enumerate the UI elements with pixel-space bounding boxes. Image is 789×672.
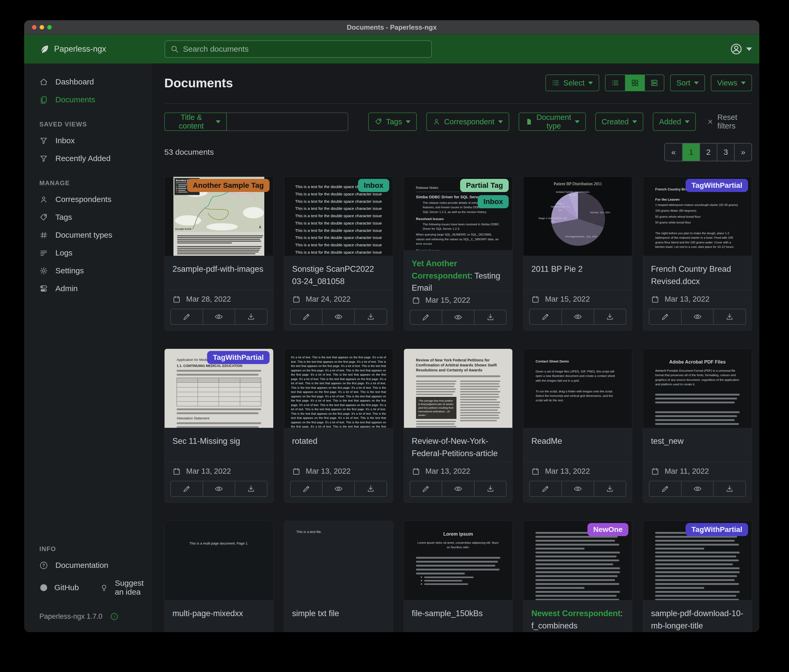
document-card[interactable]: This is a multi page document. Page 1.mu… [164,521,273,632]
download-button[interactable] [235,481,267,496]
document-title[interactable]: 2sample-pdf-with-images [165,256,273,290]
document-title[interactable]: Newest Correspondent: f_combineds [523,600,632,632]
document-card[interactable]: Application for Medical Staff Membership… [164,349,273,503]
document-card[interactable]: Boundary Waters TripGoogle EarthAnother … [164,177,273,331]
view-button[interactable] [203,309,235,324]
view-button[interactable] [681,481,713,496]
global-search[interactable] [165,40,432,58]
view-list-toggle[interactable] [605,75,625,91]
correspondent-link[interactable]: Yet Another Correspondent [412,259,470,280]
edit-button[interactable] [410,310,442,324]
view-button[interactable] [561,309,594,324]
minimize-button[interactable] [40,25,44,30]
filter-document-type-button[interactable]: Document type [519,113,586,131]
filter-correspondent-button[interactable]: Correspondent [426,113,509,131]
pagination-next[interactable]: » [734,143,751,161]
sort-button[interactable]: Sort [670,75,705,91]
edit-button[interactable] [291,481,322,496]
download-button[interactable] [713,481,746,496]
document-card[interactable]: This is a test for the double space char… [284,177,393,331]
download-button[interactable] [355,309,387,324]
document-thumbnail[interactable]: It's a lot of text. This is the text tha… [284,349,393,428]
document-card[interactable]: Patient BP Distribution 2011Normal, 151,… [523,177,632,331]
view-button[interactable] [322,309,355,324]
close-button[interactable] [32,25,37,30]
document-card[interactable]: NewOneNewest Correspondent: f_combineds [523,521,632,632]
document-title[interactable]: rotated [284,428,393,462]
tag-badge[interactable]: Inbox [478,195,509,208]
document-title[interactable]: Yet Another Correspondent: Testing Email [404,250,513,291]
sidebar-item-document-types[interactable]: Document types [24,226,152,244]
document-card[interactable]: French Country BreadFor the Leaven1 heap… [643,177,752,331]
views-button[interactable]: Views [711,75,752,91]
view-grid-toggle[interactable] [625,75,644,91]
download-button[interactable] [355,481,387,496]
edit-button[interactable] [530,309,561,324]
suggest-idea-link[interactable]: Suggest an idea [100,579,144,596]
filter-created-button[interactable]: Created [595,113,643,131]
download-button[interactable] [235,309,267,324]
document-thumbnail[interactable]: This is a test file. [284,521,393,600]
view-button[interactable] [322,481,355,496]
sidebar-item-inbox[interactable]: Inbox [24,132,152,150]
edit-button[interactable] [291,309,322,324]
document-title[interactable]: 2011 BP Pie 2 [523,256,632,290]
document-card[interactable]: Review of New York Federal Petitions for… [404,349,513,503]
document-title[interactable]: simple txt file [284,600,393,632]
select-button[interactable]: Select [545,75,599,91]
document-title[interactable]: sample-pdf-download-10-mb-longer-title [643,600,752,632]
document-thumbnail[interactable]: Adobe Acrobat PDF FilesAdobe® Portable D… [643,349,752,428]
view-button[interactable] [203,481,235,496]
view-button[interactable] [681,309,713,324]
edit-button[interactable] [649,309,681,324]
sidebar-item-documents[interactable]: Documents [24,91,152,108]
tag-badge[interactable]: TagWithPartial [685,523,748,536]
search-input[interactable] [183,45,426,54]
document-thumbnail[interactable]: Review of New York Federal Petitions for… [404,349,513,428]
sidebar-item-logs[interactable]: Logs [24,244,152,262]
tag-badge[interactable]: TagWithPartial [685,179,748,192]
sidebar-item-documentation[interactable]: ?Documentation [24,556,152,574]
reset-filters-button[interactable]: Reset filters [707,113,752,131]
pagination-page-2[interactable]: 2 [700,143,717,161]
download-button[interactable] [594,481,626,496]
tag-badge[interactable]: Inbox [358,179,389,192]
tag-badge[interactable]: NewOne [588,523,628,536]
sidebar-item-settings[interactable]: Settings [24,262,152,280]
document-title[interactable]: file-sample_150kBs [404,600,513,632]
filter-tags-button[interactable]: Tags [368,113,417,131]
edit-button[interactable] [410,481,442,496]
pagination-page-3[interactable]: 3 [717,143,734,161]
document-title[interactable]: Review-of-New-York-Federal-Petitions-art… [404,428,513,462]
sidebar-item-tags[interactable]: Tags [24,208,152,226]
zoom-button[interactable] [47,25,52,30]
download-button[interactable] [594,309,626,324]
correspondent-link[interactable]: Newest Correspondent [531,609,620,618]
edit-button[interactable] [171,481,203,496]
sidebar-item-recently-added[interactable]: Recently Added [24,150,152,167]
edit-button[interactable] [649,481,681,496]
view-cards-toggle[interactable] [644,75,664,91]
tag-badge[interactable]: Another Sample Tag [187,179,270,192]
app-logo[interactable]: Paperless-ngx [39,43,106,54]
document-thumbnail[interactable]: Patient BP Distribution 2011Normal, 151,… [523,177,632,256]
document-card[interactable]: Release NotesSimba ODBC Driver for SQL S… [404,177,513,331]
edit-button[interactable] [171,309,203,324]
document-thumbnail[interactable]: Lorem ipsumLorem ipsum dolor sit amet, c… [404,521,513,600]
download-button[interactable] [713,309,746,324]
tag-badge[interactable]: TagWithPartial [207,351,270,364]
document-title[interactable]: test_new [643,428,752,462]
download-button[interactable] [474,481,506,496]
view-button[interactable] [442,310,474,324]
document-title[interactable]: multi-page-mixedxx [165,600,273,632]
document-card[interactable]: TagWithPartialsample-pdf-download-10-mb-… [643,521,752,632]
view-button[interactable] [561,481,594,496]
document-card[interactable]: This is a test file.simple txt file [284,521,393,632]
document-thumbnail[interactable]: Contact Sheet DemoGiven a set of image f… [523,349,632,428]
document-thumbnail[interactable]: This is a multi page document. Page 1. [165,521,273,600]
document-title[interactable]: Sonstige ScanPC2022 03-24_081058 [284,256,393,290]
document-title[interactable]: ReadMe [523,428,632,462]
filter-added-button[interactable]: Added [653,113,696,131]
document-card[interactable]: Lorem ipsumLorem ipsum dolor sit amet, c… [404,521,513,632]
sidebar-item-dashboard[interactable]: Dashboard [24,73,152,91]
